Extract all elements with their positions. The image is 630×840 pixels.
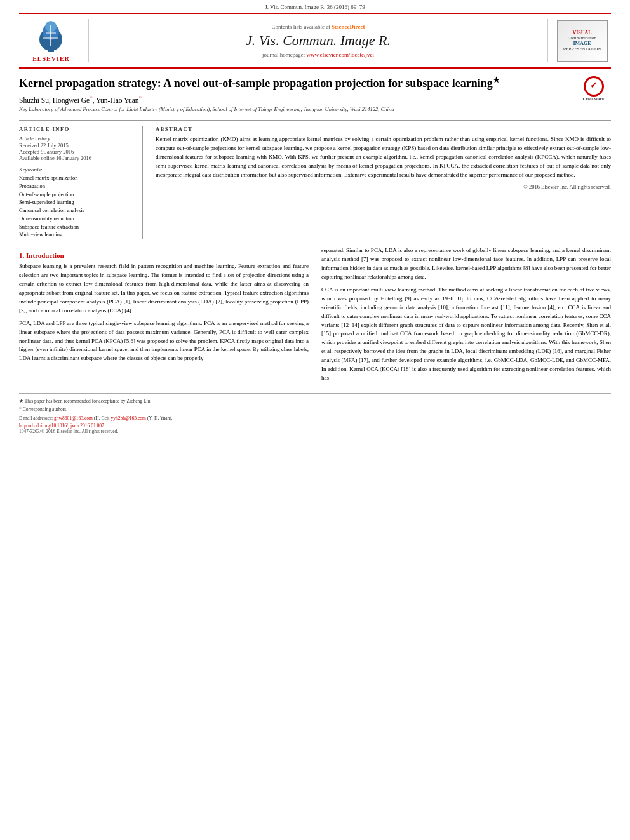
footer-note-2-text: * Corresponding authors. [19, 406, 67, 412]
crossmark-circle: ✓ [584, 76, 604, 97]
elsevier-logo-area: ELSEVIER [19, 19, 89, 62]
email-link-1[interactable]: ghw8601@163.com [54, 415, 93, 421]
body-left-column: 1. Introduction Subspace learning is a p… [19, 246, 309, 387]
intro-paragraph-1: Subspace learning is a prevalent researc… [19, 262, 309, 316]
keywords-section: Keywords: Kernel matrix optimization Pro… [19, 166, 135, 239]
journal-ref-text: J. Vis. Commun. Image R. 36 (2016) 69–79 [265, 4, 365, 10]
journal-header: ELSEVIER Contents lists available at Sci… [19, 13, 611, 69]
footer-copyright: 1047-3203/© 2016 Elsevier Inc. All right… [19, 429, 611, 434]
email-link-2[interactable]: yyh2bh@163.com [111, 415, 145, 421]
article-info-heading: ARTICLE INFO [19, 126, 135, 132]
sciencedirect-line: Contents lists available at ScienceDirec… [272, 23, 365, 30]
journal-homepage-line: journal homepage: www.elsevier.com/locat… [262, 51, 374, 58]
visual-logo-line2: Communication [568, 36, 596, 41]
journal-title: J. Vis. Commun. Image R. [246, 32, 391, 49]
visual-logo-title: VISUAL [572, 30, 591, 36]
elsevier-logo: ELSEVIER [30, 19, 72, 62]
keyword-4: Semi-supervised learning [19, 198, 135, 206]
right-paragraph-2: CCA is an important multi-view learning … [321, 286, 611, 383]
keyword-6: Dimensionality reduction [19, 215, 135, 223]
elsevier-brand-text: ELSEVIER [32, 55, 70, 62]
homepage-url[interactable]: www.elsevier.com/locate/jvci [307, 51, 374, 58]
author-separator: , Yun-Hao Yuan [93, 97, 139, 104]
article-history: Article history: Received 22 July 2015 A… [19, 135, 135, 161]
info-abstract-section: ARTICLE INFO Article history: Received 2… [19, 120, 611, 239]
visual-logo-line4: REPRESENTATION [563, 46, 601, 51]
keyword-1: Kernel matrix optimization [19, 174, 135, 182]
abstract-text: Kernel matrix optimization (KMO) aims at… [156, 135, 611, 180]
keywords-label: Keywords: [19, 166, 135, 173]
crossmark-badge: ✓ CrossMark [576, 75, 611, 103]
keyword-2: Propagation [19, 182, 135, 190]
history-available: Available online 16 January 2016 [19, 155, 135, 161]
email1-name: (H. Ge), [94, 415, 110, 421]
body-right-column: separated. Similar to PCA, LDA is also a… [321, 246, 611, 387]
article-title-text: Kernel propagation strategy: A novel out… [19, 77, 493, 90]
keyword-8: Multi-view learning [19, 230, 135, 239]
sciencedirect-label[interactable]: ScienceDirect [332, 23, 365, 30]
article-body: 1. Introduction Subspace learning is a p… [19, 246, 611, 387]
title-star: ★ [493, 76, 500, 84]
author-star-2: * [139, 95, 142, 101]
email-label: E-mail addresses: [19, 415, 54, 421]
abstract-copyright: © 2016 Elsevier Inc. All rights reserved… [156, 183, 611, 190]
doi-link[interactable]: http://dx.doi.org/10.1016/j.jvcir.2016.0… [19, 423, 104, 429]
visual-logo-box: VISUAL Communication IMAGE REPRESENTATIO… [557, 20, 608, 62]
history-label: Article history: [19, 135, 135, 142]
article-info-column: ARTICLE INFO Article history: Received 2… [19, 126, 143, 239]
visual-logo-area: VISUAL Communication IMAGE REPRESENTATIO… [547, 19, 611, 62]
crossmark-text: CrossMark [582, 97, 604, 102]
article-footer: ★ This paper has been recommended for ac… [19, 393, 611, 437]
article-title-block: Kernel propagation strategy: A novel out… [19, 75, 611, 91]
elsevier-tree-icon [30, 19, 72, 54]
article-content: Kernel propagation strategy: A novel out… [19, 69, 611, 393]
footer-note-2: * Corresponding authors. [19, 406, 611, 413]
homepage-prefix: journal homepage: [262, 51, 306, 58]
email2-name: (Y.-H. Yuan). [147, 415, 173, 421]
sciencedirect-prefix: Contents lists available at [272, 23, 332, 30]
history-received: Received 22 July 2015 [19, 142, 135, 149]
right-paragraph-1: separated. Similar to PCA, LDA is also a… [321, 246, 611, 282]
intro-heading: 1. Introduction [19, 251, 309, 259]
footer-email-line: E-mail addresses: ghw8601@163.com (H. Ge… [19, 415, 611, 422]
abstract-heading: ABSTRACT [156, 126, 611, 132]
authors-text: Shuzhi Su, Hongwei Ge [19, 97, 90, 104]
affiliation-text: Key Laboratory of Advanced Process Contr… [19, 106, 611, 114]
authors-line: Shuzhi Su, Hongwei Ge*, Yun-Hao Yuan* [19, 95, 611, 104]
intro-paragraph-2: PCA, LDA and LPP are three typical singl… [19, 319, 309, 364]
history-accepted: Accepted 9 January 2016 [19, 149, 135, 155]
footer-note-1-text: ★ This paper has been recommended for ac… [19, 398, 151, 404]
keyword-7: Subspace feature extraction [19, 223, 135, 231]
footer-note-1: ★ This paper has been recommended for ac… [19, 397, 611, 404]
abstract-column: ABSTRACT Kernel matrix optimization (KMO… [156, 126, 611, 239]
keyword-5: Canonical correlation analysis [19, 206, 135, 215]
journal-header-center: Contents lists available at ScienceDirec… [89, 19, 547, 62]
journal-reference-line: J. Vis. Commun. Image R. 36 (2016) 69–79 [0, 0, 630, 13]
visual-logo-line3: IMAGE [573, 41, 591, 46]
keyword-3: Out-of-sample projection [19, 190, 135, 199]
footer-doi: http://dx.doi.org/10.1016/j.jvcir.2016.0… [19, 423, 611, 429]
